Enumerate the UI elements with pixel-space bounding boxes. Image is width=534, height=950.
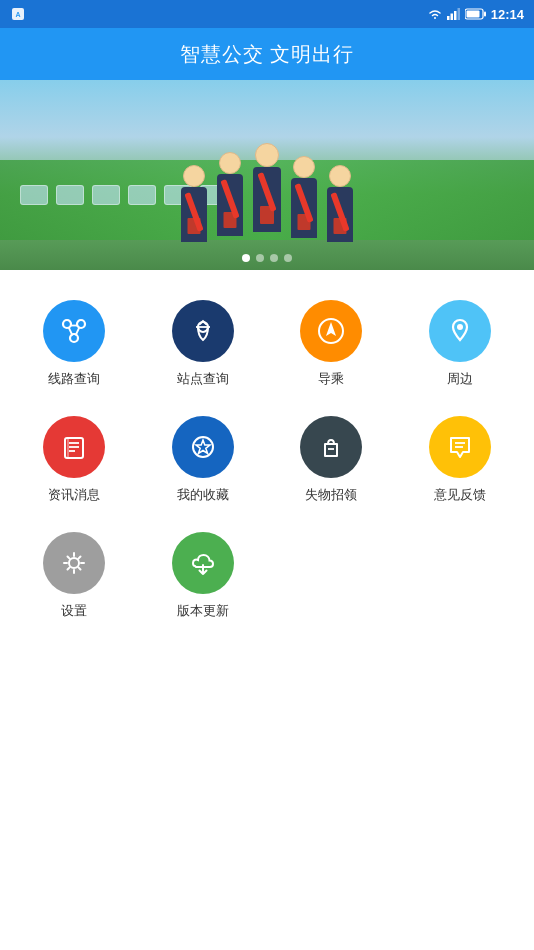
station-query-icon-circle [172,300,234,362]
person-body [181,187,207,242]
app-header: 智慧公交 文明出行 [0,28,534,80]
guide-icon-circle [300,300,362,362]
menu-item-update[interactable]: 版本更新 [139,522,268,630]
svg-point-10 [77,320,85,328]
banner-scene [0,80,534,270]
signal-icon [447,8,461,20]
svg-rect-2 [447,16,450,20]
menu-item-station-query[interactable]: 站点查询 [139,290,268,398]
banner-dots [242,254,292,262]
guide-label: 导乘 [318,370,344,388]
station-icon [186,314,220,348]
person-body [291,178,317,238]
favorites-label: 我的收藏 [177,486,229,504]
svg-rect-8 [466,11,479,18]
menu-item-favorites[interactable]: 我的收藏 [139,406,268,514]
guide-icon [314,314,348,348]
person [253,143,281,232]
svg-point-30 [69,558,79,568]
person [181,165,207,242]
favorites-icon [186,430,220,464]
news-label: 资讯消息 [48,486,100,504]
lost-found-icon [314,430,348,464]
feedback-icon [443,430,477,464]
svg-text:A: A [15,11,20,18]
favorites-icon-circle [172,416,234,478]
svg-rect-5 [457,8,460,20]
feedback-icon-circle [429,416,491,478]
menu-item-feedback[interactable]: 意见反馈 [396,406,525,514]
lost-found-label: 失物招领 [305,486,357,504]
settings-label: 设置 [61,602,87,620]
menu-item-nearby[interactable]: 周边 [396,290,525,398]
news-icon-circle [43,416,105,478]
dot-4[interactable] [284,254,292,262]
person-head [219,152,241,174]
person-body [327,187,353,242]
route-query-icon-circle [43,300,105,362]
battery-icon [465,8,487,20]
people-group [181,143,353,242]
svg-line-13 [69,327,73,336]
update-label: 版本更新 [177,602,229,620]
status-bar: A 12:14 [0,0,534,28]
bus-window [128,185,156,205]
red-book [260,206,274,224]
bus-window [92,185,120,205]
menu-item-news[interactable]: 资讯消息 [10,406,139,514]
wifi-icon [427,8,443,20]
person-head [293,156,315,178]
station-query-label: 站点查询 [177,370,229,388]
red-book [298,214,311,230]
svg-point-11 [70,334,78,342]
svg-marker-26 [196,440,210,454]
menu-item-settings[interactable]: 设置 [10,522,139,630]
banner[interactable] [0,80,534,270]
nearby-icon [443,314,477,348]
feedback-label: 意见反馈 [434,486,486,504]
person [217,152,243,236]
menu-item-route-query[interactable]: 线路查询 [10,290,139,398]
sim-icon: A [10,6,26,22]
person-head [329,165,351,187]
dot-2[interactable] [256,254,264,262]
dot-3[interactable] [270,254,278,262]
person [327,165,353,242]
menu-item-lost-found[interactable]: 失物招领 [267,406,396,514]
status-bar-right: 12:14 [427,7,524,22]
person [291,156,317,238]
nearby-label: 周边 [447,370,473,388]
settings-icon-circle [43,532,105,594]
update-icon-circle [172,532,234,594]
person-body [217,174,243,236]
person-body [253,167,281,232]
update-icon [186,546,220,580]
route-query-label: 线路查询 [48,370,100,388]
menu-item-guide[interactable]: 导乘 [267,290,396,398]
person-head [183,165,205,187]
nearby-icon-circle [429,300,491,362]
svg-rect-3 [450,14,453,21]
svg-rect-7 [484,12,486,17]
news-icon [57,430,91,464]
lost-found-icon-circle [300,416,362,478]
bus-window [20,185,48,205]
svg-rect-4 [454,11,457,20]
bus-window [56,185,84,205]
settings-icon [57,546,91,580]
svg-point-19 [457,324,463,330]
header-title: 智慧公交 文明出行 [180,41,355,68]
route-icon [57,314,91,348]
svg-point-9 [63,320,71,328]
status-time: 12:14 [491,7,524,22]
menu-grid: 线路查询 站点查询 导乘 [0,270,534,640]
dot-1[interactable] [242,254,250,262]
svg-line-14 [76,327,80,336]
red-book [188,218,201,234]
red-book [224,212,237,228]
status-bar-left: A [10,6,26,22]
person-head [255,143,279,167]
red-book [334,218,347,234]
